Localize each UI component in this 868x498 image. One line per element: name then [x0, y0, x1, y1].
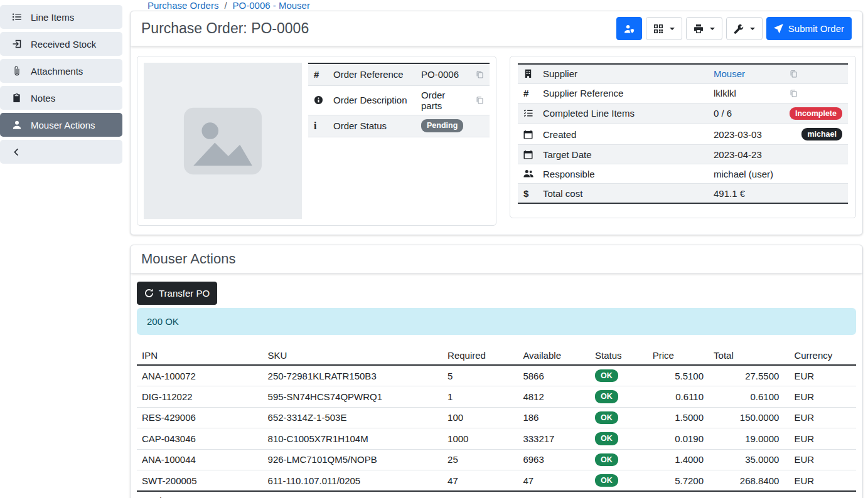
print-actions-menu[interactable] — [686, 17, 722, 40]
detail-row-order-description: Order DescriptionOrder parts — [308, 85, 490, 115]
sidebar-item-line-items[interactable]: Line Items — [0, 5, 122, 29]
cell-currency: EUR — [784, 470, 856, 491]
wrench-icon — [734, 24, 744, 34]
cell-currency: EUR — [784, 386, 856, 407]
footer-total-value: 501.0000 — [709, 491, 784, 498]
cell-required: 1000 — [442, 428, 518, 449]
cell-ipn: ANA-100044 — [137, 449, 263, 470]
sidebar-item-attachments[interactable]: Attachments — [0, 59, 122, 83]
breadcrumb-purchase-orders[interactable]: Purchase Orders — [147, 0, 218, 11]
submit-order-button[interactable]: Submit Order — [766, 17, 852, 40]
order-actions-menu[interactable] — [726, 17, 763, 40]
sidebar: Line ItemsReceived StockAttachmentsNotes… — [0, 0, 122, 498]
clipboard-icon — [11, 93, 23, 103]
michael-badge: michael — [801, 128, 842, 140]
col-status: Status — [590, 346, 648, 365]
sidebar-item-mouser-actions[interactable]: Mouser Actions — [0, 113, 122, 137]
col-ipn: IPN — [137, 346, 263, 365]
qrcode-icon — [653, 24, 663, 34]
cell-currency: EUR — [784, 407, 856, 428]
col-price: Price — [648, 346, 709, 365]
line-item-row-dig-112022: DIG-112022595-SN74HCS74QPWRQ114812OK0.61… — [137, 386, 856, 407]
info-circle-icon — [314, 95, 326, 105]
footer-total-label: Total — [137, 491, 263, 498]
sign-in-icon — [11, 39, 23, 49]
sidebar-item-notes[interactable]: Notes — [0, 86, 122, 110]
pending-badge: Pending — [421, 119, 463, 132]
cell-price: 0.6110 — [648, 386, 709, 407]
copy-icon[interactable] — [790, 89, 842, 97]
purchase-order-header: Purchase Order: PO-0006 Submit Order — [131, 11, 862, 46]
page-title: Purchase Order: PO-0006 — [141, 20, 309, 37]
cell-ipn: CAP-043046 — [137, 428, 263, 449]
line-item-row-ana-100044: ANA-100044926-LMC7101QM5/NOPB256963OK1.4… — [137, 449, 856, 470]
cell-total: 268.8400 — [709, 470, 784, 491]
cell-available: 186 — [518, 407, 590, 428]
mouser-actions-panel: Mouser Actions Transfer PO 200 OK IPN SK… — [130, 245, 863, 498]
cell-sku: 926-LMC7101QM5/NOPB — [263, 449, 443, 470]
breadcrumb-current-order[interactable]: PO-0006 - Mouser — [233, 0, 310, 11]
cell-total: 35.0000 — [709, 449, 784, 470]
cell-currency: EUR — [784, 449, 856, 470]
supplier-details-card: SupplierMouser#Supplier Referencelklklkl… — [510, 56, 856, 218]
hash-icon: # — [523, 88, 528, 98]
mouser-actions-title: Mouser Actions — [141, 251, 235, 267]
cell-currency: EUR — [784, 428, 856, 449]
transfer-po-label: Transfer PO — [159, 288, 210, 299]
detail-row-order-reference: #Order ReferencePO-0006 — [308, 63, 490, 85]
paperclip-icon — [11, 66, 23, 76]
detail-row-target-date: Target Date2023-04-23 — [518, 145, 848, 164]
cell-total: 27.5500 — [709, 365, 784, 386]
line-item-row-swt-200005: SWT-200005611-110.107.011/02054747OK5.72… — [137, 470, 856, 491]
detail-row-completed-line-items: Completed Line Items0 / 6Incomplete — [518, 103, 848, 124]
cell-sku: 595-SN74HCS74QPWRQ1 — [263, 386, 443, 407]
sidebar-collapse-button[interactable] — [0, 140, 122, 164]
cell-status: OK — [590, 386, 648, 407]
order-image-placeholder — [144, 63, 302, 219]
info-icon: i — [314, 120, 316, 131]
barcode-actions-menu[interactable] — [646, 17, 682, 40]
detail-value: Order parts — [421, 90, 445, 111]
supplier-user-button[interactable] — [616, 17, 642, 40]
detail-label: Target Date — [539, 145, 710, 164]
order-details-section: #Order ReferencePO-0006Order Description… — [131, 46, 862, 235]
sidebar-item-label: Mouser Actions — [31, 120, 95, 130]
refresh-icon — [144, 289, 154, 298]
copy-icon[interactable] — [790, 70, 842, 78]
copy-icon[interactable] — [476, 96, 484, 104]
detail-label: Order Description — [330, 85, 417, 115]
status-ok-badge: OK — [595, 411, 618, 424]
detail-row-supplier: SupplierMouser — [518, 64, 848, 83]
detail-value: 2023-03-03 — [714, 129, 762, 140]
cell-price: 5.7200 — [648, 470, 709, 491]
cell-price: 0.0190 — [648, 428, 709, 449]
copy-icon[interactable] — [476, 70, 484, 78]
cell-status: OK — [590, 407, 648, 428]
purchase-order-panel: Purchase Order: PO-0006 Submit Order #Or… — [130, 11, 863, 235]
cell-required: 5 — [442, 365, 518, 386]
cell-available: 6963 — [518, 449, 590, 470]
col-sku: SKU — [263, 346, 443, 365]
cell-ipn: ANA-100072 — [137, 365, 263, 386]
status-ok-badge: OK — [595, 432, 618, 445]
detail-row-total-cost: $Total cost491.1 € — [518, 184, 848, 203]
detail-value-link[interactable]: Mouser — [714, 68, 745, 79]
detail-label: Supplier Reference — [539, 83, 710, 103]
user-shield-icon — [624, 24, 635, 34]
detail-value: 0 / 6 — [714, 108, 732, 119]
calendar-icon — [523, 130, 535, 139]
cell-sku: 250-72981KLRATR150B3 — [263, 365, 443, 386]
detail-value: PO-0006 — [421, 69, 459, 80]
cell-total: 0.6100 — [709, 386, 784, 407]
transfer-po-button[interactable]: Transfer PO — [137, 282, 217, 305]
cell-status: OK — [590, 428, 648, 449]
caret-down-icon — [710, 28, 715, 30]
list-check-icon — [523, 109, 535, 118]
list-icon — [11, 12, 23, 22]
sidebar-item-received-stock[interactable]: Received Stock — [0, 32, 122, 56]
caret-down-icon — [750, 28, 755, 30]
cell-sku: 652-3314Z-1-503E — [263, 407, 443, 428]
cell-required: 47 — [442, 470, 518, 491]
header-actions: Submit Order — [616, 17, 852, 40]
cell-price: 1.4000 — [648, 449, 709, 470]
